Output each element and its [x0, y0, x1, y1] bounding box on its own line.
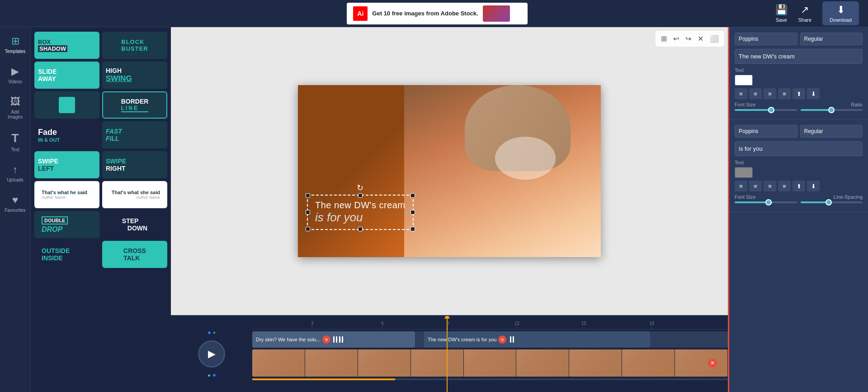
- rotate-handle[interactable]: ↻: [357, 183, 363, 193]
- template-block-buster[interactable]: BLOCK BUSTER: [102, 32, 167, 59]
- template-slide-away[interactable]: SLIDE AWAY: [34, 62, 99, 89]
- align-center-btn-1[interactable]: ≡: [749, 88, 762, 99]
- template-cross-talk[interactable]: CROSS TALK: [102, 241, 167, 268]
- text-overlay-box[interactable]: ↻ The new DW's cream is for you: [307, 195, 414, 230]
- handle-top-center[interactable]: [358, 193, 363, 198]
- center-column: ⊞ ↩ ↪ ✕ ⬜ ↻: [171, 27, 728, 392]
- expand-canvas-button[interactable]: ⬜: [708, 33, 721, 45]
- pause-icons-1: [333, 336, 337, 343]
- align-right-btn-1[interactable]: ≡: [764, 88, 776, 99]
- handle-middle-left[interactable]: [306, 210, 310, 215]
- undo-button[interactable]: ↩: [671, 33, 681, 45]
- sidebar-item-templates[interactable]: ⊞ Templates: [2, 32, 29, 57]
- template-swipe-right[interactable]: SWIPE RIGHT: [102, 151, 167, 178]
- slider-row-font-size-1: Font Size Ratio: [735, 102, 863, 111]
- share-button[interactable]: ↗ Share: [798, 4, 811, 23]
- template-fade-in-out[interactable]: Fade IN & OUT: [34, 121, 99, 148]
- timeline-tracks: 3 6 9 12 15 18 Dry skin? We have the sol…: [252, 316, 728, 392]
- align-justify-btn-2[interactable]: ≡: [778, 181, 791, 191]
- align-row-2: ≡ ≡ ≡ ≡ ⬆ ⬇: [735, 181, 863, 191]
- align-bottom-btn-1[interactable]: ⬇: [807, 88, 820, 99]
- template-border-line[interactable]: BORDER LINE: [102, 91, 167, 119]
- template-thats-what[interactable]: That's what he said Author Name: [34, 181, 99, 208]
- sidebar-item-favourites-label: Favourites: [5, 208, 26, 213]
- template-fast-fill[interactable]: FAST FILL: [102, 121, 167, 148]
- template-step-down[interactable]: STEP DOWN: [102, 211, 167, 238]
- overlay-text1: The new DW's cream: [315, 200, 406, 210]
- download-button[interactable]: ⬇ Download: [822, 1, 859, 25]
- template-block-buster-line1: BLOCK: [121, 38, 148, 45]
- align-top-btn-2[interactable]: ⬆: [793, 181, 805, 191]
- diamond-icon2: [212, 373, 216, 377]
- sidebar-item-add-images[interactable]: 🖼 Add Images: [2, 92, 29, 123]
- template-swipe-left[interactable]: SWIPE LEFT: [34, 151, 99, 178]
- text-input-2[interactable]: [735, 141, 863, 156]
- audio-segment-1-close[interactable]: ✕: [322, 335, 330, 344]
- font-weight-select-1[interactable]: Regular: [800, 33, 863, 45]
- redo-button[interactable]: ↪: [684, 33, 693, 45]
- video-thumb-4: [411, 349, 464, 377]
- ad-banner[interactable]: Ai Get 10 free images from Adobe Stock.: [347, 3, 528, 24]
- template-border-line-line1: BORDER: [121, 98, 149, 105]
- font-weight-select-2[interactable]: Regular: [800, 125, 863, 138]
- font-size-slider-1[interactable]: [735, 109, 797, 111]
- playhead[interactable]: [447, 316, 448, 392]
- video-thumb-7: [569, 349, 622, 377]
- audio-track-1: Dry skin? We have the solu... ✕: [252, 331, 728, 348]
- video-strip-close[interactable]: ✕: [708, 359, 717, 368]
- save-button[interactable]: 💾 Save: [775, 4, 788, 23]
- template-thats-she[interactable]: That's what she said Author Name: [102, 181, 167, 208]
- ratio-slider-1[interactable]: [801, 109, 863, 111]
- align-right-btn-2[interactable]: ≡: [764, 181, 776, 191]
- template-outside-inside[interactable]: OUTSIDE INSIDE: [34, 241, 99, 268]
- color-swatch-1[interactable]: [735, 75, 753, 86]
- panel-section-2: Poppins Regular Text ≡ ≡ ≡ ≡ ⬆ ⬇: [729, 120, 868, 212]
- line-spacing-slider-2[interactable]: [801, 201, 863, 203]
- template-fast-fill-line2: FILL: [106, 135, 122, 142]
- audio-segment-1[interactable]: Dry skin? We have the solu... ✕: [252, 331, 415, 348]
- handle-bottom-left[interactable]: [306, 227, 310, 231]
- handle-bottom-center[interactable]: [358, 227, 363, 231]
- color-swatch-2[interactable]: [735, 167, 753, 178]
- sidebar-item-favourites[interactable]: ♥ Favourites: [2, 191, 29, 216]
- align-justify-btn-1[interactable]: ≡: [778, 88, 791, 99]
- sidebar-item-text[interactable]: T Text: [2, 128, 29, 156]
- progress-bar: [252, 378, 728, 380]
- template-square-block: [59, 97, 75, 113]
- template-slide-away-line2: AWAY: [38, 75, 57, 82]
- template-square[interactable]: [34, 91, 99, 119]
- download-icon: ⬇: [837, 4, 845, 16]
- ruler-tick-12: 12: [514, 321, 519, 329]
- template-double-drop[interactable]: DOUBLE DROP: [34, 211, 99, 238]
- sidebar-item-uploads[interactable]: ↑ Uploads: [2, 160, 29, 186]
- font-size-slider-2[interactable]: [735, 201, 797, 203]
- handle-top-right[interactable]: [410, 193, 415, 198]
- align-left-btn-2[interactable]: ≡: [735, 181, 747, 191]
- text-input-1[interactable]: [735, 49, 863, 64]
- handle-top-left[interactable]: [306, 193, 310, 198]
- close-canvas-button[interactable]: ✕: [696, 33, 705, 45]
- align-center-btn-2[interactable]: ≡: [749, 181, 762, 191]
- sidebar-item-videos[interactable]: ▶ Videos: [2, 62, 29, 88]
- audio-segment-2[interactable]: The new DW's cream is for you ✕: [424, 331, 650, 348]
- template-box-shadow[interactable]: BOX SHADOW: [34, 32, 99, 59]
- decorative-top: [208, 331, 215, 334]
- play-button[interactable]: ▶: [198, 340, 225, 368]
- adobe-icon: Ai: [353, 6, 368, 21]
- align-left-btn-1[interactable]: ≡: [735, 88, 747, 99]
- template-fast-fill-line1: FAST: [106, 128, 122, 135]
- grid-view-button[interactable]: ⊞: [659, 33, 669, 45]
- align-bottom-btn-2[interactable]: ⬇: [807, 181, 820, 191]
- dot-icon: [213, 332, 215, 334]
- audio-segment-2-close[interactable]: ✕: [498, 335, 506, 344]
- handle-bottom-right[interactable]: [410, 227, 415, 231]
- handle-middle-right[interactable]: [410, 210, 415, 215]
- align-top-btn-1[interactable]: ⬆: [793, 88, 805, 99]
- template-high-swing[interactable]: HIGH SWING: [102, 62, 167, 89]
- templates-panel: BOX SHADOW BLOCK BUSTER SLIDE AWAY HIGH …: [31, 27, 171, 392]
- font-family-select-1[interactable]: Poppins: [735, 33, 797, 45]
- video-thumb-2: [305, 349, 358, 377]
- template-slide-away-line1: SLIDE: [38, 68, 57, 75]
- font-family-select-2[interactable]: Poppins: [735, 125, 797, 138]
- sidebar-item-templates-label: Templates: [5, 49, 26, 54]
